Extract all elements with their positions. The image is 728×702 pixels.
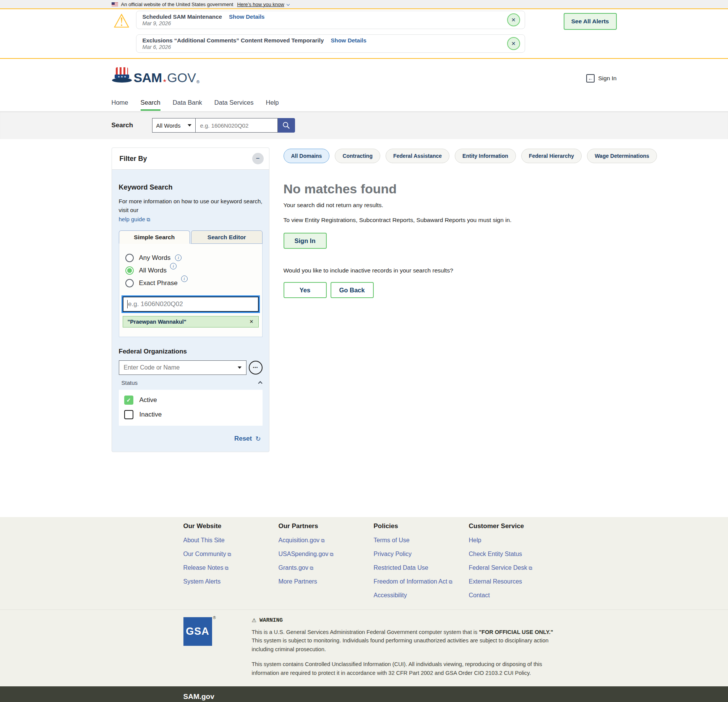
no-results-message: Your search did not return any results. [284, 202, 657, 209]
page: An official website of the United States… [0, 0, 728, 702]
include-inactive-question: Would you like to include inactive recor… [284, 267, 657, 274]
footer-link-check-entity-status[interactable]: Check Entity Status [469, 551, 564, 558]
footer-link-restricted-data-use[interactable]: Restricted Data Use [374, 564, 469, 571]
yes-button[interactable]: Yes [284, 282, 327, 298]
external-link-icon: ⧉ [529, 565, 532, 571]
help-guide-link[interactable]: help guide [119, 216, 145, 222]
alert-close-button[interactable]: ✕ [507, 13, 520, 26]
radio-row-all-words[interactable]: All Words i [123, 266, 259, 275]
footer-link-usaspending-gov[interactable]: USASpending.gov⧉ [279, 551, 374, 558]
domain-tab-federal-hierarchy[interactable]: Federal Hierarchy [521, 149, 582, 163]
status-section-header[interactable]: Status [119, 379, 263, 386]
go-back-button[interactable]: Go Back [331, 282, 374, 298]
info-icon[interactable]: i [181, 276, 188, 282]
logo-gov-text: GOV [167, 71, 196, 84]
filter-panel: Filter By − Keyword Search For more info… [112, 148, 269, 452]
keyword-tabs: Simple Search Search Editor [119, 230, 263, 244]
radio-any-words[interactable] [125, 254, 134, 262]
bottom-identity-bar: SAM.gov An official website of the U.S. … [0, 686, 728, 702]
alert-close-button[interactable]: ✕ [507, 37, 520, 50]
federal-organizations-select[interactable]: Enter Code or Name [119, 360, 246, 375]
external-link-icon: ⧉ [330, 551, 333, 557]
alert-exclusions: Exclusions “Additional Comments” Content… [136, 34, 525, 53]
footer-link-system-alerts[interactable]: System Alerts [183, 578, 279, 585]
footer-link-federal-service-desk[interactable]: Federal Service Desk⧉ [469, 564, 564, 571]
info-icon[interactable]: i [175, 255, 182, 261]
footer-link-help[interactable]: Help [469, 537, 564, 544]
footer-column-policies: Policies Terms of Use Privacy Policy Res… [374, 522, 469, 599]
search-band-label: Search [112, 122, 135, 129]
footer-link-privacy-policy[interactable]: Privacy Policy [374, 551, 469, 558]
footer-link-our-community[interactable]: Our Community⧉ [183, 551, 279, 558]
sam-gov-logo[interactable]: ★ ★ ★ SAM★GOV® [112, 66, 200, 84]
footer-heading: Our Website [183, 522, 279, 530]
gov-banner: An official website of the United States… [0, 0, 728, 9]
gov-banner-link[interactable]: Here’s how you know [237, 2, 284, 7]
domain-tab-entity-information[interactable]: Entity Information [455, 149, 516, 163]
footer-link-foia[interactable]: Freedom of Information Act⧉ [374, 578, 469, 585]
search-mode-select[interactable]: All Words [152, 118, 196, 133]
show-details-link[interactable]: Show Details [331, 37, 366, 44]
footer-link-accessibility[interactable]: Accessibility [374, 592, 469, 599]
nav-item-search[interactable]: Search [141, 99, 161, 111]
radio-exact-phrase[interactable] [125, 279, 134, 287]
status-option-active[interactable]: ✓ Active [124, 396, 257, 405]
external-link-icon: ⧉ [321, 538, 324, 543]
checkbox-inactive[interactable] [124, 410, 133, 419]
filter-collapse-button[interactable]: − [252, 153, 264, 164]
alert-date: Mar 6, 2026 [143, 44, 502, 50]
nav-item-data-services[interactable]: Data Services [214, 99, 254, 111]
sign-in-button[interactable]: Sign In [284, 233, 327, 249]
footer-link-release-notes[interactable]: Release Notes⧉ [183, 564, 279, 571]
radio-label: Any Words [139, 254, 171, 262]
nav-item-data-bank[interactable]: Data Bank [173, 99, 202, 111]
tab-search-editor[interactable]: Search Editor [191, 230, 263, 244]
radio-all-words[interactable] [125, 266, 134, 275]
domain-tabs: All Domains Contracting Federal Assistan… [284, 149, 657, 163]
global-search-input[interactable] [196, 118, 278, 133]
search-submit-button[interactable] [278, 118, 295, 133]
domain-tab-all-domains[interactable]: All Domains [284, 149, 330, 163]
footer-link-more-partners[interactable]: More Partners [279, 578, 374, 585]
domain-tab-wage-determinations[interactable]: Wage Determinations [587, 149, 657, 163]
status-option-inactive[interactable]: Inactive [124, 410, 257, 419]
warning-heading: WARNING [259, 617, 283, 623]
more-options-button[interactable]: ••• [249, 361, 263, 375]
main-content: Filter By − Keyword Search For more info… [0, 139, 728, 517]
footer-link-contact[interactable]: Contact [469, 592, 564, 599]
info-icon[interactable]: i [170, 263, 177, 269]
keyword-input[interactable]: e.g. 1606N020Q02 [123, 297, 259, 312]
nav-item-home[interactable]: Home [112, 99, 128, 111]
status-label: Status [122, 379, 138, 386]
external-link-icon: ⧉ [449, 579, 452, 585]
footer-link-about-this-site[interactable]: About This Site [183, 537, 279, 544]
filter-panel-title: Filter By [120, 155, 147, 163]
keyword-tag-label: "Praewpan Wannakul" [128, 319, 186, 325]
external-link-icon: ⧉ [147, 217, 150, 222]
simple-search-panel: Any Words i All Words i Exact Phrase i [119, 243, 263, 337]
reset-filters-link[interactable]: Reset [234, 435, 252, 443]
uncle-sam-hat-icon: ★ ★ ★ [112, 66, 132, 84]
federal-organizations-heading: Federal Organizations [119, 348, 263, 355]
keyword-tag[interactable]: "Praewpan Wannakul" ✕ [123, 316, 259, 327]
radio-row-any-words[interactable]: Any Words i [123, 254, 259, 262]
site-header: ★ ★ ★ SAM★GOV® ← Sign In [0, 59, 728, 99]
tag-remove-icon[interactable]: ✕ [250, 319, 254, 324]
checkbox-active[interactable]: ✓ [124, 396, 133, 405]
footer-link-acquisition-gov[interactable]: Acquisition.gov⧉ [279, 537, 374, 544]
domain-tab-contracting[interactable]: Contracting [335, 149, 380, 163]
nav-item-help[interactable]: Help [266, 99, 279, 111]
footer-link-external-resources[interactable]: External Resources [469, 578, 564, 585]
footer-link-grants-gov[interactable]: Grants.gov⧉ [279, 564, 374, 571]
header-sign-in[interactable]: ← Sign In [586, 74, 616, 83]
see-all-alerts-button[interactable]: See All Alerts [564, 13, 617, 30]
tab-simple-search[interactable]: Simple Search [119, 230, 190, 244]
radio-row-exact-phrase[interactable]: Exact Phrase i [123, 279, 259, 287]
domain-tab-federal-assistance[interactable]: Federal Assistance [386, 149, 449, 163]
footer-column-our-partners: Our Partners Acquisition.gov⧉ USASpendin… [279, 522, 374, 599]
bottom-site-name: SAM.gov [183, 692, 617, 701]
show-details-link[interactable]: Show Details [229, 13, 264, 20]
warning-paragraph-2: This system contains Controlled Unclassi… [252, 660, 562, 677]
keyword-search-heading: Keyword Search [119, 183, 263, 191]
footer-link-terms-of-use[interactable]: Terms of Use [374, 537, 469, 544]
